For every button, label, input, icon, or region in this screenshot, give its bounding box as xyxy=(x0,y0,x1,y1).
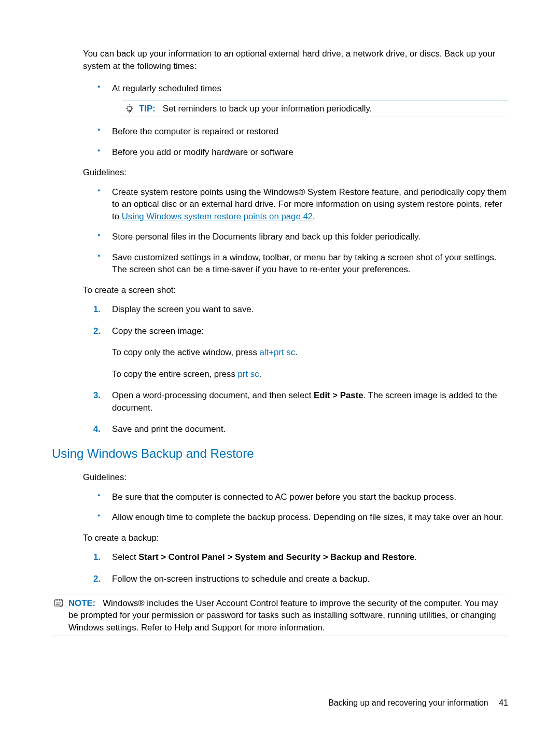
copy-active-window: To copy only the active window, press al… xyxy=(112,346,508,359)
guideline2-time: Allow enough time to complete the backup… xyxy=(83,511,508,524)
footer-text: Backing up and recovering your informati… xyxy=(328,698,488,707)
text: . xyxy=(295,347,298,357)
bullet-scheduled: At regularly scheduled times xyxy=(83,82,508,117)
bullet-text: At regularly scheduled times xyxy=(112,83,221,93)
restore-points-link[interactable]: Using Windows system restore points on p… xyxy=(122,212,313,221)
backup-step-follow: Follow the on-screen instructions to sch… xyxy=(83,573,508,585)
timing-bullet-list: At regularly scheduled times xyxy=(83,82,508,158)
guideline-restore-points: Create system restore points using the W… xyxy=(83,186,508,223)
guideline2-acpower: Be sure that the computer is connected t… xyxy=(83,491,508,503)
screenshot-steps: Display the screen you want to save. Cop… xyxy=(83,303,508,435)
key-prtsc: prt sc xyxy=(238,369,259,379)
step-copy-text: Copy the screen image: xyxy=(112,326,204,336)
copy-entire-screen: To copy the entire screen, press prt sc. xyxy=(112,368,508,381)
guidelines2-bullet-list: Be sure that the computer is connected t… xyxy=(83,491,508,524)
tip-text-wrap: TIP: Set reminders to back up your infor… xyxy=(139,103,372,115)
backup-intro: To create a backup: xyxy=(83,532,508,544)
intro-paragraph: You can back up your information to an o… xyxy=(83,48,508,72)
key-plus: + xyxy=(269,347,274,357)
text: Open a word-processing document, and the… xyxy=(112,390,314,400)
note-icon xyxy=(52,597,66,608)
guidelines2-label: Guidelines: xyxy=(83,471,508,484)
backup-steps: Select Start > Control Panel > System an… xyxy=(83,551,508,585)
backup-step-select: Select Start > Control Panel > System an… xyxy=(83,551,508,564)
section-heading-backup-restore: Using Windows Backup and Restore xyxy=(52,445,508,462)
text: . xyxy=(259,369,262,379)
menu-path-backup: Start > Control Panel > System and Secur… xyxy=(138,552,414,562)
guideline-text-post: . xyxy=(313,212,315,221)
text: To copy only the active window, press xyxy=(112,347,260,357)
step-save: Save and print the document. xyxy=(83,423,508,435)
key-alt: alt xyxy=(260,347,269,357)
bullet-repaired: Before the computer is repaired or resto… xyxy=(83,125,508,138)
guideline-screenshot: Save customized settings in a window, to… xyxy=(83,251,508,276)
note-label: NOTE: xyxy=(68,598,95,608)
tip-text: Set reminders to back up your informatio… xyxy=(163,104,372,114)
menu-path-edit-paste: Edit > Paste xyxy=(314,390,363,400)
text: . xyxy=(414,552,417,562)
svg-line-4 xyxy=(127,106,128,107)
step-display: Display the screen you want to save. xyxy=(83,303,508,316)
page-number: 41 xyxy=(499,698,508,707)
svg-point-0 xyxy=(128,106,132,110)
guideline-documents: Store personal files in the Documents li… xyxy=(83,231,508,243)
guidelines-bullet-list: Create system restore points using the W… xyxy=(83,186,508,276)
step-paste: Open a word-processing document, and the… xyxy=(83,389,508,414)
svg-line-5 xyxy=(132,106,133,107)
note-text-wrap: NOTE: Windows® includes the User Account… xyxy=(68,597,508,634)
tip-label: TIP: xyxy=(139,104,156,114)
document-page: You can back up your information to an o… xyxy=(0,0,560,745)
svg-line-7 xyxy=(132,110,133,111)
bullet-modify: Before you add or modify hardware or sof… xyxy=(83,146,508,159)
guidelines-label: Guidelines: xyxy=(83,166,508,179)
main-content: You can back up your information to an o… xyxy=(83,48,508,636)
page-footer: Backing up and recovering your informati… xyxy=(328,697,508,709)
note-callout: NOTE: Windows® includes the User Account… xyxy=(52,595,508,637)
tip-callout: TIP: Set reminders to back up your infor… xyxy=(122,100,508,118)
note-text: Windows® includes the User Account Contr… xyxy=(68,598,498,632)
step-copy: Copy the screen image: To copy only the … xyxy=(83,325,508,381)
tip-icon xyxy=(122,103,137,115)
text: To copy the entire screen, press xyxy=(112,369,238,379)
screenshot-intro: To create a screen shot: xyxy=(83,284,508,297)
text: Select xyxy=(112,552,138,562)
svg-line-6 xyxy=(127,110,128,111)
key-prtsc: prt sc xyxy=(274,347,295,357)
